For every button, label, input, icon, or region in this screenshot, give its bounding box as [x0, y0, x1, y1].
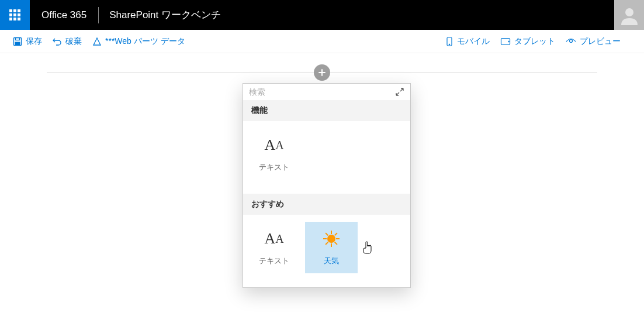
webpart-data-label: ***Web パーツ データ — [105, 36, 185, 47]
text-icon: AA — [248, 228, 300, 250]
undo-icon — [53, 37, 62, 46]
picker-item-weather[interactable]: 天気 — [305, 222, 358, 273]
picker-item-text-recommended[interactable]: AA テキスト — [248, 222, 300, 273]
page-title: SharePoint ワークベンチ — [99, 8, 231, 22]
brand-label[interactable]: Office 365 — [30, 9, 98, 21]
webpart-data-button[interactable]: ***Web パーツ データ — [92, 36, 185, 47]
weather-icon — [305, 228, 358, 250]
text-icon: AA — [248, 134, 300, 156]
canvas — [0, 53, 644, 81]
picker-item-text[interactable]: AA テキスト — [248, 128, 300, 180]
phone-icon — [445, 37, 453, 46]
tablet-label: タブレット — [514, 36, 555, 47]
picker-items-recommended: AA テキスト 天気 — [243, 215, 410, 287]
search-input[interactable] — [249, 87, 390, 97]
picker-section-recommended: おすすめ — [243, 194, 410, 215]
svg-point-0 — [625, 8, 633, 16]
command-bar: 保存 破棄 ***Web パーツ データ モバイル タブレット プレ — [0, 30, 644, 53]
add-webpart-button[interactable] — [314, 64, 330, 81]
triangle-icon — [92, 37, 102, 46]
app-launcher-button[interactable] — [0, 0, 30, 30]
picker-items-features: AA テキスト — [243, 121, 410, 194]
expand-icon[interactable] — [395, 87, 404, 97]
person-icon — [619, 5, 639, 25]
discard-button[interactable]: 破棄 — [53, 36, 82, 47]
picker-item-label: 天気 — [305, 256, 358, 266]
eye-icon — [566, 37, 576, 46]
save-icon — [13, 37, 22, 46]
section-line-left — [47, 73, 314, 73]
global-header: Office 365 SharePoint ワークベンチ — [0, 0, 644, 30]
picker-search-row — [243, 84, 410, 100]
waffle-icon — [9, 9, 20, 20]
section-line-right — [330, 73, 597, 73]
plus-icon — [318, 68, 326, 77]
save-label: 保存 — [26, 36, 42, 47]
svg-point-8 — [570, 39, 573, 42]
mobile-label: モバイル — [457, 36, 490, 47]
preview-label: プレビュー — [580, 36, 621, 47]
preview-button[interactable]: プレビュー — [566, 36, 621, 47]
tablet-view-button[interactable]: タブレット — [500, 36, 555, 47]
svg-rect-3 — [15, 42, 20, 45]
tablet-icon — [500, 37, 511, 46]
svg-point-5 — [449, 44, 450, 45]
add-section-row — [47, 64, 597, 81]
svg-point-7 — [508, 41, 510, 42]
user-avatar-button[interactable] — [614, 0, 644, 30]
webpart-picker: 機能 AA テキスト おすすめ AA テキスト — [243, 83, 411, 288]
picker-item-label: テキスト — [248, 162, 300, 173]
picker-section-features: 機能 — [243, 100, 410, 121]
svg-rect-2 — [16, 37, 20, 40]
mobile-view-button[interactable]: モバイル — [445, 36, 490, 47]
save-button[interactable]: 保存 — [13, 36, 42, 47]
picker-item-label: テキスト — [248, 256, 300, 266]
discard-label: 破棄 — [65, 36, 82, 47]
